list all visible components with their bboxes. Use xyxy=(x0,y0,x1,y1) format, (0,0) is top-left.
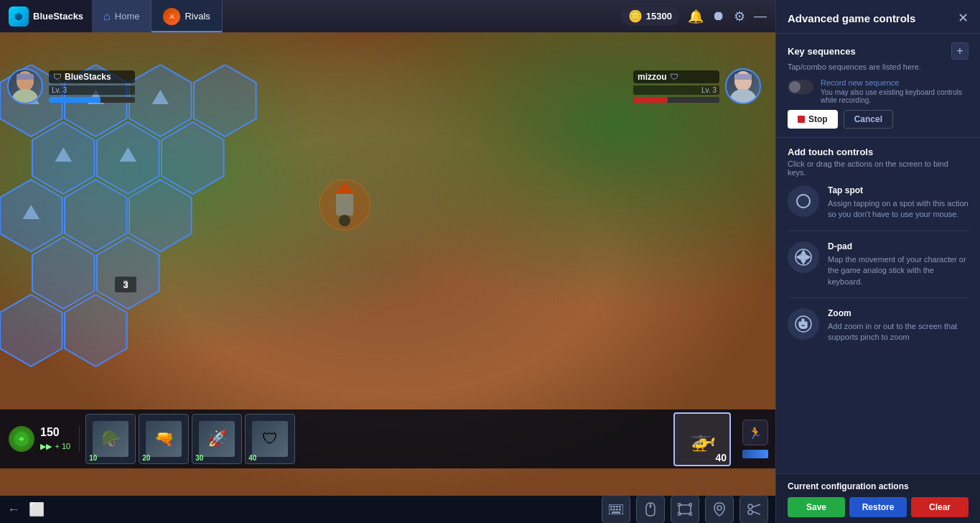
control-dpad[interactable]: D-pad Map the movement of your character… xyxy=(788,241,969,298)
right-panel: Advanced game controls ✕ Key sequences +… xyxy=(775,0,980,523)
player-right-badge: mizzou 🛡 xyxy=(633,70,719,83)
svg-rect-54 xyxy=(799,322,801,326)
resource-amount: 150 xyxy=(40,426,60,438)
clear-button[interactable]: Clear xyxy=(911,497,969,517)
location-btn[interactable] xyxy=(705,495,734,523)
settings-icon[interactable]: ⚙ xyxy=(734,9,745,24)
tab-home[interactable]: ⌂ Home xyxy=(92,0,151,32)
stop-icon xyxy=(798,116,805,123)
tab-home-label: Home xyxy=(115,11,140,22)
svg-line-44 xyxy=(752,512,760,514)
dpad-name: D-pad xyxy=(828,241,969,251)
svg-rect-35 xyxy=(679,505,691,514)
featured-unit[interactable]: 🚁 40 xyxy=(673,412,731,466)
svg-rect-19 xyxy=(336,190,353,216)
player-right: mizzou 🛡 Lv. 3 xyxy=(633,68,761,104)
unit-img-1: 🪖 xyxy=(93,421,129,457)
tap-spot-icon xyxy=(788,185,819,217)
svg-rect-37 xyxy=(689,504,692,506)
unit-card-2[interactable]: 🔫 20 xyxy=(139,414,189,464)
panel-close-button[interactable]: ✕ xyxy=(958,10,969,26)
key-sequences-title: Key sequences xyxy=(788,46,856,57)
keyboard-btn[interactable] xyxy=(602,495,630,523)
stop-button[interactable]: Stop xyxy=(788,110,838,129)
svg-rect-39 xyxy=(689,513,692,515)
app-logo: BlueStacks xyxy=(0,0,92,32)
key-sequences-desc: Tap/combo sequences are listed here. xyxy=(788,63,969,71)
rivals-avatar: ⚔ xyxy=(163,8,180,25)
svg-point-51 xyxy=(801,255,806,259)
player-right-info: mizzou 🛡 Lv. 3 xyxy=(633,70,719,103)
player-left-badge: 🛡 BlueStacks xyxy=(49,70,135,83)
resource-arrows: ▶▶ xyxy=(40,442,52,450)
cancel-button[interactable]: Cancel xyxy=(844,110,893,129)
featured-unit-count: 40 xyxy=(715,452,727,463)
panel-header: Advanced game controls ✕ xyxy=(776,0,980,34)
scissors-btn[interactable] xyxy=(739,495,768,523)
svg-text:3: 3 xyxy=(123,279,128,290)
unit-card-3[interactable]: 🚀 30 xyxy=(192,414,242,464)
dpad-desc: Map the movement of your character or th… xyxy=(828,254,969,287)
tab-rivals[interactable]: ⚔ Rivals xyxy=(151,0,222,32)
coins-badge: 🪙 15300 xyxy=(621,7,679,25)
record-sublabel: You may also use existing keyboard contr… xyxy=(821,88,969,104)
svg-rect-38 xyxy=(678,513,681,515)
bottom-hud: 150 ▶▶ + 10 🪖 10 🔫 20 🚀 30 🛡 40 xyxy=(0,409,775,468)
unit-img-4: 🛡 xyxy=(252,421,288,457)
back-icon[interactable]: ← xyxy=(7,502,20,517)
player-left-avatar xyxy=(7,68,43,104)
svg-point-42 xyxy=(748,510,752,514)
home-icon: ⌂ xyxy=(103,10,111,23)
svg-rect-14 xyxy=(17,74,34,80)
tap-spot-desc: Assign tapping on a spot with this actio… xyxy=(828,198,969,221)
unit-card-1[interactable]: 🪖 10 xyxy=(85,414,136,464)
control-tap-spot[interactable]: Tap spot Assign tapping on a spot with t… xyxy=(788,185,969,231)
toggle-knob xyxy=(789,81,801,93)
shield-icon-left: 🛡 xyxy=(53,72,62,82)
resource-info: 150 ▶▶ + 10 xyxy=(40,426,70,452)
record-toggle[interactable] xyxy=(788,80,813,94)
svg-rect-36 xyxy=(678,504,681,506)
player-left-health-fill xyxy=(49,97,101,103)
bottom-toolbar-right xyxy=(602,495,768,523)
record-label: Record new sequence xyxy=(821,78,969,87)
unit-icon-btn[interactable]: 🏃 xyxy=(742,420,768,445)
mouse-btn[interactable] xyxy=(636,495,665,523)
progress-bar xyxy=(742,450,768,458)
player-left: 🛡 BlueStacks Lv. 3 xyxy=(7,68,135,104)
resource-section: 150 ▶▶ + 10 xyxy=(0,426,80,452)
svg-point-21 xyxy=(339,215,350,226)
record-icon[interactable]: ⏺ xyxy=(712,9,725,24)
minimize-icon[interactable]: — xyxy=(754,9,767,24)
svg-rect-32 xyxy=(612,512,620,514)
svg-rect-53 xyxy=(802,319,804,325)
bottom-toolbar-left: ← ⬜ xyxy=(7,501,45,517)
screenshot-btn[interactable] xyxy=(671,495,699,523)
svg-rect-28 xyxy=(610,509,612,511)
side-controls: 🏃 xyxy=(742,420,768,458)
svg-point-40 xyxy=(717,506,722,510)
svg-point-41 xyxy=(748,504,752,509)
svg-point-13 xyxy=(12,89,38,103)
unit-card-4[interactable]: 🛡 40 xyxy=(245,414,295,464)
svg-rect-26 xyxy=(616,506,618,508)
game-frame: 3 3 🛡 BlueStacks Lv. 3 xyxy=(0,32,775,496)
dpad-icon xyxy=(788,241,819,273)
coin-icon: 🪙 xyxy=(628,9,643,23)
shield-icon-right: 🛡 xyxy=(670,72,678,82)
hex-grid: 3 3 xyxy=(0,65,302,409)
home-android-icon[interactable]: ⬜ xyxy=(29,501,45,517)
svg-point-16 xyxy=(730,89,756,103)
player-right-level: Lv. 3 xyxy=(633,85,719,95)
bottom-toolbar: ← ⬜ xyxy=(0,496,775,523)
save-button[interactable]: Save xyxy=(788,497,845,517)
key-sequences-section: Key sequences + Tap/combo sequences are … xyxy=(776,34,980,138)
control-zoom[interactable]: Zoom Add zoom in or out to the screen th… xyxy=(788,308,969,353)
svg-rect-29 xyxy=(613,509,615,511)
restore-button[interactable]: Restore xyxy=(849,497,907,517)
add-sequence-button[interactable]: + xyxy=(951,42,969,60)
notification-icon[interactable]: 🔔 xyxy=(688,9,704,24)
touch-controls-desc: Click or drag the actions on the screen … xyxy=(788,159,969,177)
key-sequences-header: Key sequences + xyxy=(788,42,969,60)
player-right-health-fill xyxy=(633,97,668,103)
